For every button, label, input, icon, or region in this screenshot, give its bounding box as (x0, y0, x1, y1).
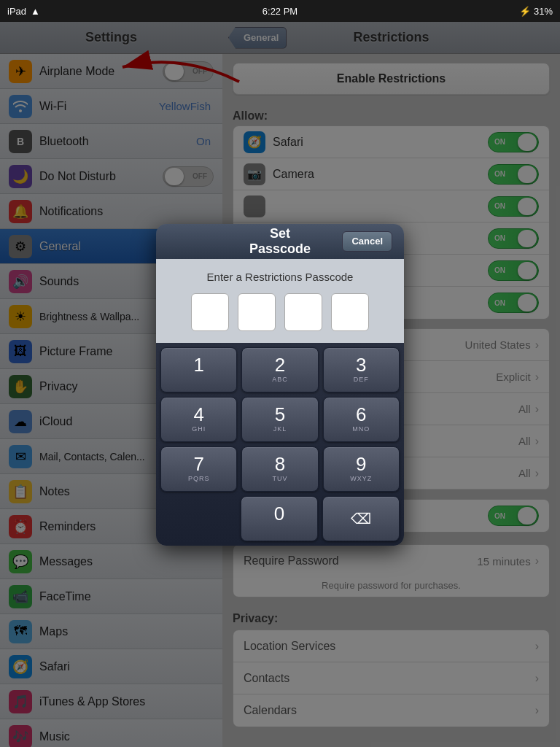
key-1[interactable]: 1 (160, 347, 237, 392)
key-5[interactable]: 5 JKL (241, 397, 318, 442)
key-delete[interactable]: ⌫ (322, 496, 400, 541)
key-1-num: 1 (193, 355, 203, 374)
key-2-letters: ABC (272, 376, 288, 384)
key-empty (160, 496, 236, 541)
modal-overlay: Set Passcode Cancel Enter a Restrictions… (0, 22, 560, 747)
status-bar: iPad ▲ 6:22 PM ⚡ 31% (0, 0, 560, 22)
passcode-field-3[interactable] (284, 293, 322, 331)
passcode-prompt: Enter a Restrictions Passcode (168, 271, 392, 283)
key-8-num: 8 (275, 454, 285, 473)
key-9-num: 9 (356, 454, 366, 473)
delete-icon: ⌫ (351, 510, 371, 527)
passcode-modal: Set Passcode Cancel Enter a Restrictions… (156, 224, 404, 546)
passcode-field-2[interactable] (238, 293, 276, 331)
key-5-num: 5 (275, 405, 285, 424)
key-3-num: 3 (356, 355, 366, 374)
key-7-letters: PQRS (188, 475, 210, 484)
key-4[interactable]: 4 GHI (160, 397, 237, 442)
key-6-num: 6 (356, 405, 366, 424)
key-5-letters: JKL (273, 425, 287, 434)
key-0[interactable]: 0 (241, 496, 318, 541)
key-4-num: 4 (193, 405, 203, 424)
bluetooth-icon: ⚡ (519, 6, 531, 17)
key-9[interactable]: 9 WXYZ (323, 446, 400, 492)
modal-header: Set Passcode Cancel (156, 224, 404, 259)
time-display: 6:22 PM (262, 6, 298, 17)
key-4-letters: GHI (192, 425, 206, 434)
modal-body: Enter a Restrictions Passcode (156, 259, 404, 343)
passcode-field-1[interactable] (191, 293, 229, 331)
modal-cancel-button[interactable]: Cancel (342, 231, 392, 252)
key-6[interactable]: 6 MNO (323, 397, 400, 442)
key-7[interactable]: 7 PQRS (160, 446, 237, 492)
keypad-row-2: 4 GHI 5 JKL 6 MNO (160, 397, 400, 442)
key-2-num: 2 (275, 355, 285, 374)
key-9-letters: WXYZ (350, 475, 372, 484)
key-7-num: 7 (193, 454, 203, 473)
key-3-letters: DEF (354, 376, 369, 384)
keypad-row-3: 7 PQRS 8 TUV 9 WXYZ (160, 446, 400, 492)
key-8-letters: TUV (272, 475, 287, 484)
keypad-row-4: 0 ⌫ (160, 496, 400, 541)
device-label: iPad (7, 6, 26, 17)
key-6-letters: MNO (352, 425, 370, 434)
key-3[interactable]: 3 DEF (323, 347, 400, 392)
key-0-num: 0 (274, 504, 284, 523)
wifi-icon: ▲ (31, 6, 40, 17)
modal-title: Set Passcode (243, 226, 318, 257)
keypad-row-1: 1 2 ABC 3 DEF (160, 347, 400, 392)
keypad: 1 2 ABC 3 DEF 4 GHI 5 J (156, 343, 404, 546)
key-8[interactable]: 8 TUV (241, 446, 318, 492)
battery-level: 31% (534, 6, 553, 17)
passcode-field-4[interactable] (331, 293, 369, 331)
key-2[interactable]: 2 ABC (241, 347, 318, 392)
passcode-fields (168, 293, 392, 331)
cancel-label: Cancel (351, 236, 383, 247)
